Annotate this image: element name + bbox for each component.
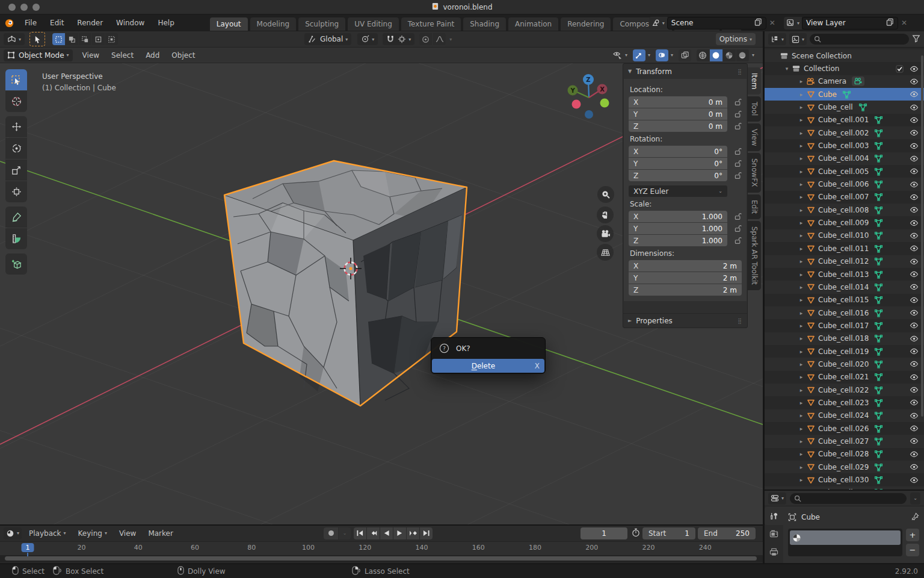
outliner-row[interactable]: ▸ Cube_cell.005 xyxy=(765,165,924,178)
zoom-view-button[interactable] xyxy=(597,186,614,203)
perspective-toggle-button[interactable] xyxy=(597,244,614,261)
outliner-row[interactable]: ▸ Cube_cell.030 xyxy=(765,473,924,486)
mesh_data-icon[interactable] xyxy=(874,231,883,240)
scene-browse-button[interactable]: ▾ xyxy=(649,17,667,30)
expand-arrow-icon[interactable]: ▸ xyxy=(797,284,805,290)
viewport-menu-object[interactable]: Object xyxy=(165,47,201,64)
expand-arrow-icon[interactable]: ▸ xyxy=(797,272,805,278)
mesh_data-icon[interactable] xyxy=(874,180,883,188)
outliner-row[interactable]: ▸ Cube_cell.002 xyxy=(765,126,924,139)
tool-rotate[interactable] xyxy=(5,138,27,159)
select-mode-subtract[interactable] xyxy=(79,33,91,45)
hide-eye-icon[interactable] xyxy=(910,232,919,240)
grp-scale-y-field[interactable]: Y1.000 xyxy=(629,223,727,234)
timeline-menu-view[interactable]: View xyxy=(113,525,142,542)
scene-unlink-icon[interactable]: ✕ xyxy=(769,19,775,27)
active-tool-select-box[interactable] xyxy=(29,32,45,46)
camera-view-button[interactable] xyxy=(597,225,614,242)
outliner-filter-funnel-icon[interactable] xyxy=(912,34,920,45)
expand-arrow-icon[interactable]: ▸ xyxy=(797,92,805,98)
hide-eye-icon[interactable] xyxy=(910,244,919,252)
grp-rotation-x-field[interactable]: X0° xyxy=(629,146,727,157)
hide-eye-icon[interactable] xyxy=(910,399,919,406)
hide-eye-icon[interactable] xyxy=(910,65,919,73)
mesh_data-icon[interactable] xyxy=(874,296,883,304)
mesh_data-icon[interactable] xyxy=(874,154,883,163)
expand-arrow-icon[interactable]: ▸ xyxy=(797,130,805,136)
outliner-row[interactable]: ▸ Cube_cell.021 xyxy=(765,371,924,384)
sidebar-tab-tool[interactable]: Tool xyxy=(748,96,761,121)
outliner-filter-dropdown[interactable]: ▾ xyxy=(789,33,807,45)
menu-help[interactable]: Help xyxy=(151,14,180,31)
mesh_data-icon[interactable] xyxy=(874,373,883,381)
workspace-tab-rendering[interactable]: Rendering xyxy=(561,17,611,31)
timeline-scrollbar[interactable] xyxy=(5,556,757,561)
grp-scale-x-field[interactable]: X1.000 xyxy=(629,211,727,222)
hide-eye-icon[interactable] xyxy=(910,373,919,381)
select-mode-extend[interactable] xyxy=(66,33,78,45)
tool-add-cube[interactable] xyxy=(5,253,27,275)
pin-icon[interactable] xyxy=(911,512,919,522)
hide-eye-icon[interactable] xyxy=(910,283,919,291)
menu-file[interactable]: File xyxy=(18,14,43,31)
hide-eye-icon[interactable] xyxy=(910,181,919,188)
blender-logo-icon[interactable] xyxy=(0,18,18,28)
auto-key-toggle[interactable] xyxy=(324,527,338,539)
expand-arrow-icon[interactable]: ▸ xyxy=(797,477,805,483)
expand-arrow-icon[interactable]: ▸ xyxy=(797,143,805,149)
jump-to-start-button[interactable] xyxy=(354,527,366,539)
outliner-row[interactable]: ▸ Cube_cell.029 xyxy=(765,461,924,473)
hide-eye-icon[interactable] xyxy=(910,219,919,227)
workspace-tab-sculpting[interactable]: Sculpting xyxy=(298,17,345,31)
scene-name-field[interactable]: Scene xyxy=(667,17,766,30)
grp-dimensions-x-field[interactable]: X2 m xyxy=(629,260,742,272)
editor-divider-vertical[interactable] xyxy=(763,31,765,564)
play-button[interactable] xyxy=(393,527,406,539)
hide-eye-icon[interactable] xyxy=(910,386,919,394)
next-keyframe-button[interactable] xyxy=(407,527,419,539)
hide-eye-icon[interactable] xyxy=(910,90,919,98)
outliner-row[interactable]: ▾ Collection xyxy=(765,62,924,75)
xray-toggle[interactable] xyxy=(679,49,691,61)
hide-eye-icon[interactable] xyxy=(910,155,919,163)
hide-eye-icon[interactable] xyxy=(910,142,919,150)
lock-icon[interactable] xyxy=(727,98,742,106)
mesh_data-icon[interactable] xyxy=(874,309,883,317)
properties-subpanel-header[interactable]: ► Properties ⣿ xyxy=(623,313,747,328)
outliner-row[interactable]: ▸ Cube_cell.003 xyxy=(765,139,924,152)
tool-scale[interactable] xyxy=(5,160,27,181)
outliner-row[interactable]: ▸ Cube_cell.008 xyxy=(765,204,924,216)
expand-arrow-icon[interactable]: ▸ xyxy=(797,323,805,329)
mesh_data-icon[interactable] xyxy=(874,270,883,279)
sidebar-tab-view[interactable]: View xyxy=(748,123,761,151)
current-frame-badge[interactable]: 1 xyxy=(22,543,34,552)
timeline-menu-marker[interactable]: Marker xyxy=(142,525,179,542)
tool-annotate[interactable] xyxy=(5,207,27,228)
tool-cursor[interactable] xyxy=(5,91,27,112)
expand-arrow-icon[interactable]: ▸ xyxy=(797,246,805,252)
select-mode-intersect[interactable] xyxy=(105,33,118,45)
mesh_data-icon[interactable] xyxy=(874,206,883,214)
hide-eye-icon[interactable] xyxy=(910,116,919,124)
lock-icon[interactable] xyxy=(727,237,742,244)
mesh_data-icon[interactable] xyxy=(874,334,883,343)
outliner-row[interactable]: ▸ Cube_cell.023 xyxy=(765,396,924,409)
proportional-editing-group[interactable]: ▾ xyxy=(419,33,452,45)
mesh_data-icon[interactable] xyxy=(874,360,883,368)
properties-options-dropdown[interactable]: ⌄ xyxy=(910,493,920,505)
outliner-row[interactable]: ▸ Cube_cell.024 xyxy=(765,409,924,422)
view-layer-name-field[interactable]: View Layer xyxy=(802,17,898,30)
grp-rotation-y-field[interactable]: Y0° xyxy=(629,158,727,169)
mesh_data-icon[interactable] xyxy=(874,257,883,266)
frame-start-field[interactable]: Start1 xyxy=(642,527,695,539)
grp-dimensions-y-field[interactable]: Y2 m xyxy=(629,272,742,284)
hide-eye-icon[interactable] xyxy=(910,463,919,471)
lock-icon[interactable] xyxy=(727,148,742,155)
expand-arrow-icon[interactable]: ▸ xyxy=(797,78,805,84)
view-layer-copy-icon[interactable] xyxy=(886,18,894,28)
jump-to-end-button[interactable] xyxy=(420,527,433,539)
outliner-row[interactable]: ▸ Cube_cell.027 xyxy=(765,435,924,447)
viewport-menu-add[interactable]: Add xyxy=(140,47,165,64)
snapping-group[interactable]: ▾ xyxy=(383,33,414,45)
outliner-row[interactable]: ▸ Cube xyxy=(765,88,924,101)
